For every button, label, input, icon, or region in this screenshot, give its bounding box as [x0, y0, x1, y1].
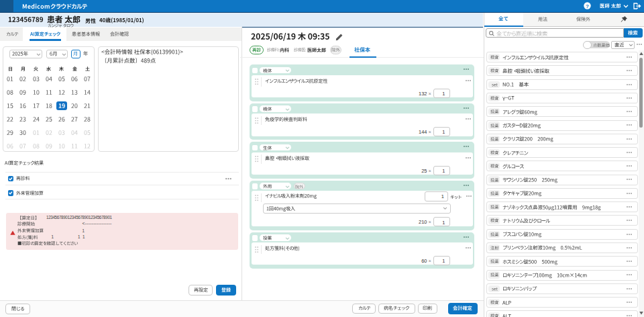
svg-text:?: ?	[586, 3, 589, 9]
